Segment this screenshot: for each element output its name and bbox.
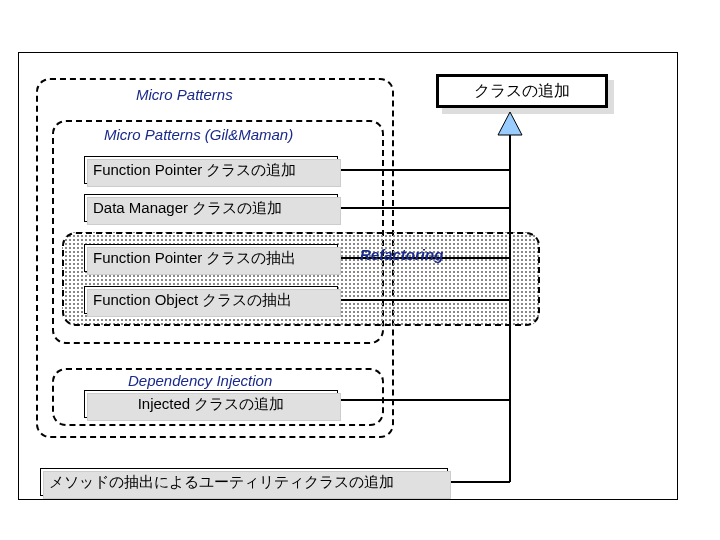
fp-add-box: Function Pointer クラスの追加 [84,156,338,184]
injected-label: Injected クラスの追加 [138,395,285,414]
dm-add-box: Data Manager クラスの追加 [84,194,338,222]
refactoring-title: Refactoring [360,246,443,263]
top-class-box: クラスの追加 [436,74,608,108]
top-class-label: クラスの追加 [474,81,570,102]
utility-box: メソッドの抽出によるユーティリティクラスの追加 [40,468,448,496]
fo-extract-box: Function Object クラスの抽出 [84,286,338,314]
fp-extract-box: Function Pointer クラスの抽出 [84,244,338,272]
dm-add-label: Data Manager クラスの追加 [93,199,282,218]
micro-patterns-title: Micro Patterns [132,86,237,103]
fo-extract-label: Function Object クラスの抽出 [93,291,292,310]
fp-extract-label: Function Pointer クラスの抽出 [93,249,296,268]
gil-maman-title: Micro Patterns (Gil&Maman) [100,126,297,143]
utility-label: メソッドの抽出によるユーティリティクラスの追加 [49,473,394,492]
injected-box: Injected クラスの追加 [84,390,338,418]
di-title: Dependency Injection [124,372,276,389]
fp-add-label: Function Pointer クラスの追加 [93,161,296,180]
